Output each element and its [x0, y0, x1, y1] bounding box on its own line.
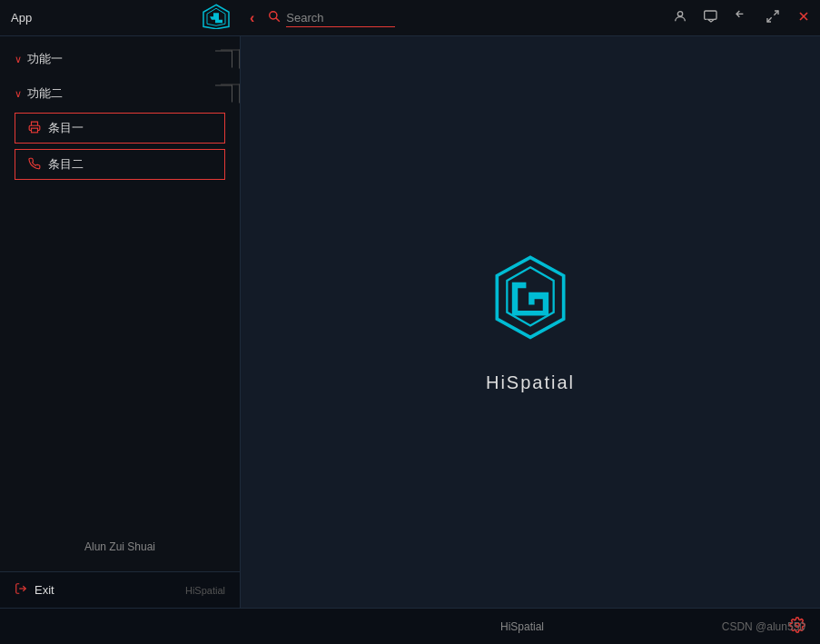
titlebar: App ‹ — [0, 0, 820, 36]
back-button[interactable]: ‹ — [250, 10, 254, 26]
titlebar-actions — [673, 9, 811, 27]
brand-name: HiSpatial — [486, 372, 575, 393]
bottom-center: HiSpatial — [255, 620, 789, 633]
svg-point-4 — [677, 12, 682, 16]
svg-rect-11 — [32, 128, 38, 133]
sidebar-group-1: ∨ 功能一 — [0, 44, 240, 74]
search-input[interactable] — [286, 9, 395, 27]
svg-marker-5 — [708, 19, 715, 22]
sidebar-group-2-label: 功能二 — [27, 85, 63, 102]
sidebar-bottom-app-name: HiSpatial — [185, 585, 225, 596]
content-area: HiSpatial — [241, 36, 820, 608]
user-icon[interactable] — [673, 9, 687, 26]
sidebar-item-1[interactable]: 条目一 — [15, 113, 225, 144]
main-window: App ‹ — [0, 0, 820, 644]
titlebar-right: ‹ — [241, 9, 820, 27]
exit-label: Exit — [35, 583, 54, 597]
svg-point-2 — [270, 12, 277, 19]
watermark: CSDN @alun550 — [722, 620, 805, 633]
notification-icon[interactable] — [704, 9, 718, 26]
exit-button[interactable]: Exit HiSpatial — [0, 571, 240, 608]
svg-line-7 — [774, 11, 778, 15]
sidebar: ∨ 功能一 ∨ 功能二 — [0, 36, 241, 608]
corner-decoration-1 — [212, 44, 240, 74]
sidebar-group-2: ∨ 功能二 — [0, 78, 240, 183]
app-title: App — [11, 11, 32, 25]
sidebar-group-1-label: 功能一 — [27, 51, 63, 67]
sidebar-item-2[interactable]: 条目二 — [15, 149, 225, 180]
print-icon — [28, 121, 41, 136]
sidebar-footer: Alun Zui Shuai — [0, 522, 240, 571]
titlebar-logo — [203, 4, 230, 33]
phone-icon — [28, 157, 41, 173]
bottom-bar: HiSpatial — [0, 608, 820, 644]
svg-line-3 — [276, 18, 280, 22]
sidebar-group-1-header[interactable]: ∨ 功能一 — [0, 44, 240, 74]
sidebar-group-2-header[interactable]: ∨ 功能二 — [0, 78, 240, 109]
brand-logo — [480, 251, 580, 354]
sidebar-items: 条目一 条目二 — [0, 109, 240, 183]
sidebar-content: ∨ 功能一 ∨ 功能二 — [0, 36, 240, 522]
titlebar-left: App — [0, 4, 241, 33]
sidebar-item-2-label: 条目二 — [48, 156, 84, 173]
chevron-icon-1: ∨ — [15, 54, 22, 65]
close-button[interactable] — [796, 9, 811, 27]
main-area: ∨ 功能一 ∨ 功能二 — [0, 36, 820, 608]
corner-decoration-2 — [212, 78, 240, 109]
search-area — [268, 9, 450, 27]
exit-icon — [15, 582, 27, 598]
svg-line-8 — [767, 17, 772, 22]
minimize-icon[interactable] — [735, 9, 749, 26]
user-label: Alun Zui Shuai — [15, 533, 225, 560]
search-icon — [268, 10, 281, 25]
maximize-icon[interactable] — [766, 9, 780, 26]
chevron-icon-2: ∨ — [15, 88, 22, 100]
sidebar-item-1-label: 条目一 — [48, 120, 84, 136]
bottom-app-name: HiSpatial — [500, 620, 544, 633]
